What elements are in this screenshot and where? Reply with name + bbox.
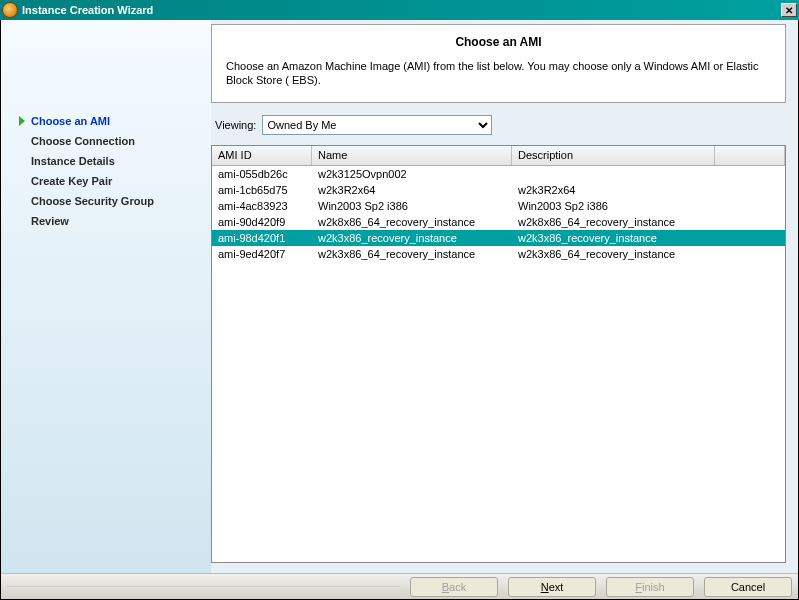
next-button[interactable]: Next bbox=[508, 577, 596, 597]
wizard-step[interactable]: Instance Details bbox=[19, 155, 193, 167]
cell-ami-id: ami-98d420f1 bbox=[212, 231, 312, 245]
col-header-name[interactable]: Name bbox=[312, 146, 512, 165]
app-icon bbox=[2, 2, 18, 18]
page-description: Choose an Amazon Machine Image (AMI) fro… bbox=[226, 59, 771, 88]
cell-ami-id: ami-9ed420f7 bbox=[212, 247, 312, 261]
finish-label: inish bbox=[642, 581, 665, 593]
step-label: Choose Connection bbox=[31, 135, 135, 147]
cell-ami-id: ami-1cb65d75 bbox=[212, 183, 312, 197]
title-bar: Instance Creation Wizard ✕ bbox=[0, 0, 799, 20]
page-title: Choose an AMI bbox=[226, 35, 771, 49]
step-label: Instance Details bbox=[31, 155, 115, 167]
main-area: Choose an AMIChoose ConnectionInstance D… bbox=[1, 20, 798, 573]
cancel-button[interactable]: Cancel bbox=[704, 577, 792, 597]
table-body: ami-055db26cw2k3125Ovpn002ami-1cb65d75w2… bbox=[212, 166, 785, 562]
cell-name: w2k3x86_64_recovery_instance bbox=[312, 247, 512, 261]
right-panel: Choose an AMI Choose an Amazon Machine I… bbox=[211, 20, 798, 573]
back-button[interactable]: Back bbox=[410, 577, 498, 597]
cell-ami-id: ami-90d420f9 bbox=[212, 215, 312, 229]
cell-name: w2k3125Ovpn002 bbox=[312, 167, 512, 181]
step-label: Create Key Pair bbox=[31, 175, 112, 187]
cancel-label: Cancel bbox=[731, 581, 765, 593]
wizard-steps-sidebar: Choose an AMIChoose ConnectionInstance D… bbox=[1, 20, 211, 573]
step-label: Choose an AMI bbox=[31, 115, 110, 127]
table-row[interactable]: ami-4ac83923Win2003 Sp2 i386Win2003 Sp2 … bbox=[212, 198, 785, 214]
table-row[interactable]: ami-98d420f1w2k3x86_recovery_instancew2k… bbox=[212, 230, 785, 246]
ami-table: AMI ID Name Description ami-055db26cw2k3… bbox=[211, 145, 786, 563]
col-header-extra[interactable] bbox=[715, 146, 785, 165]
col-header-description[interactable]: Description bbox=[512, 146, 715, 165]
table-row[interactable]: ami-90d420f9w2k8x86_64_recovery_instance… bbox=[212, 214, 785, 230]
cell-description: w2k3x86_64_recovery_instance bbox=[512, 247, 785, 261]
window-title: Instance Creation Wizard bbox=[22, 4, 781, 16]
wizard-step[interactable]: Choose Security Group bbox=[19, 195, 193, 207]
finish-button[interactable]: Finish bbox=[606, 577, 694, 597]
next-label: ext bbox=[549, 581, 564, 593]
wizard-step[interactable]: Review bbox=[19, 215, 193, 227]
viewing-select[interactable]: Owned By Me bbox=[262, 115, 492, 135]
viewing-filter-row: Viewing: Owned By Me bbox=[211, 115, 786, 135]
wizard-step[interactable]: Create Key Pair bbox=[19, 175, 193, 187]
step-arrow-icon bbox=[19, 116, 25, 126]
table-row[interactable]: ami-055db26cw2k3125Ovpn002 bbox=[212, 166, 785, 182]
table-row[interactable]: ami-9ed420f7w2k3x86_64_recovery_instance… bbox=[212, 246, 785, 262]
back-label: ack bbox=[449, 581, 466, 593]
col-header-ami-id[interactable]: AMI ID bbox=[212, 146, 312, 165]
cell-name: w2k3R2x64 bbox=[312, 183, 512, 197]
cell-description: w2k3x86_recovery_instance bbox=[512, 231, 785, 245]
viewing-label: Viewing: bbox=[215, 119, 256, 131]
footer-spacer bbox=[7, 586, 400, 587]
cell-ami-id: ami-055db26c bbox=[212, 167, 312, 181]
cell-description bbox=[512, 173, 785, 175]
cell-description: Win2003 Sp2 i386 bbox=[512, 199, 785, 213]
table-header: AMI ID Name Description bbox=[212, 146, 785, 166]
step-label: Review bbox=[31, 215, 69, 227]
close-button[interactable]: ✕ bbox=[781, 3, 797, 17]
content-area: Choose an AMIChoose ConnectionInstance D… bbox=[0, 20, 799, 600]
wizard-step[interactable]: Choose Connection bbox=[19, 135, 193, 147]
header-box: Choose an AMI Choose an Amazon Machine I… bbox=[211, 24, 786, 103]
wizard-footer: Back Next Finish Cancel bbox=[1, 573, 798, 599]
cell-description: w2k8x86_64_recovery_instance bbox=[512, 215, 785, 229]
cell-name: w2k8x86_64_recovery_instance bbox=[312, 215, 512, 229]
cell-description: w2k3R2x64 bbox=[512, 183, 785, 197]
cell-ami-id: ami-4ac83923 bbox=[212, 199, 312, 213]
cell-name: Win2003 Sp2 i386 bbox=[312, 199, 512, 213]
wizard-step[interactable]: Choose an AMI bbox=[19, 115, 193, 127]
cell-name: w2k3x86_recovery_instance bbox=[312, 231, 512, 245]
step-label: Choose Security Group bbox=[31, 195, 154, 207]
table-row[interactable]: ami-1cb65d75w2k3R2x64w2k3R2x64 bbox=[212, 182, 785, 198]
